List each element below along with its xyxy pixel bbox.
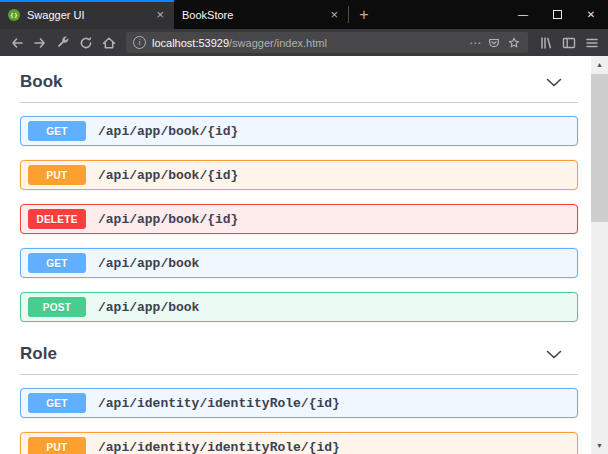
maximize-button[interactable] bbox=[540, 0, 574, 29]
refresh-button[interactable] bbox=[74, 31, 97, 54]
tab-bookstore[interactable]: BookStore × bbox=[174, 0, 348, 29]
forward-icon bbox=[32, 35, 48, 51]
tab-title: Swagger UI bbox=[27, 9, 147, 21]
http-method-badge: GET bbox=[28, 393, 86, 413]
chevron-down-icon[interactable] bbox=[546, 78, 562, 87]
home-button[interactable] bbox=[97, 31, 120, 54]
section-header-role[interactable]: Role bbox=[20, 336, 578, 375]
maximize-icon bbox=[553, 10, 562, 19]
pocket-icon[interactable] bbox=[487, 36, 501, 50]
back-icon bbox=[9, 35, 25, 51]
refresh-icon bbox=[78, 35, 94, 51]
section-title: Book bbox=[20, 72, 63, 92]
http-method-badge: PUT bbox=[28, 437, 86, 454]
endpoint-row[interactable]: GET /api/app/book/{id} bbox=[20, 116, 578, 146]
wrench-icon bbox=[55, 35, 71, 51]
endpoint-row[interactable]: DELETE /api/app/book/{id} bbox=[20, 204, 578, 234]
section-title: Role bbox=[20, 344, 57, 364]
menu-button[interactable] bbox=[580, 31, 603, 54]
sidebar-button[interactable] bbox=[557, 31, 580, 54]
new-tab-button[interactable]: + bbox=[349, 0, 379, 29]
vertical-scrollbar[interactable]: ▲ ▼ bbox=[591, 56, 608, 454]
http-method-badge: PUT bbox=[28, 165, 86, 185]
http-method-badge: GET bbox=[28, 253, 86, 273]
http-method-badge: GET bbox=[28, 121, 86, 141]
hamburger-icon bbox=[584, 35, 600, 51]
tab-close-icon[interactable]: × bbox=[154, 8, 166, 21]
endpoint-path: /api/app/book/{id} bbox=[98, 124, 238, 139]
browser-window: { } Swagger UI × BookStore × + — ✕ bbox=[0, 0, 608, 454]
back-button[interactable] bbox=[5, 31, 28, 54]
sidebar-icon bbox=[561, 35, 577, 51]
close-button[interactable]: ✕ bbox=[574, 0, 608, 29]
window-controls: — ✕ bbox=[506, 0, 608, 29]
tab-bar: { } Swagger UI × BookStore × + — ✕ bbox=[0, 0, 608, 29]
url-host: localhost:53929 bbox=[152, 37, 229, 49]
section-header-book[interactable]: Book bbox=[20, 64, 578, 103]
endpoint-path: /api/app/book/{id} bbox=[98, 212, 238, 227]
endpoint-path: /api/app/book bbox=[98, 300, 199, 315]
http-method-badge: POST bbox=[28, 297, 86, 317]
tab-swagger-ui[interactable]: { } Swagger UI × bbox=[0, 0, 174, 29]
minimize-button[interactable]: — bbox=[506, 0, 540, 29]
endpoint-row[interactable]: PUT /api/app/book/{id} bbox=[20, 160, 578, 190]
scrollbar-thumb[interactable] bbox=[591, 74, 608, 222]
site-info-icon[interactable]: i bbox=[133, 36, 146, 49]
tab-title: BookStore bbox=[182, 9, 321, 21]
endpoint-row[interactable]: GET /api/app/book bbox=[20, 248, 578, 278]
wrench-button[interactable] bbox=[51, 31, 74, 54]
navigation-toolbar: i localhost:53929/swagger/index.html ⋯ bbox=[0, 29, 608, 56]
endpoint-path: /api/app/book bbox=[98, 256, 199, 271]
swagger-favicon-icon: { } bbox=[8, 9, 20, 21]
http-method-badge: DELETE bbox=[28, 209, 86, 229]
tab-close-icon[interactable]: × bbox=[328, 8, 340, 21]
endpoint-row[interactable]: POST /api/app/book bbox=[20, 292, 578, 322]
library-button[interactable] bbox=[534, 31, 557, 54]
endpoint-path: /api/identity/identityRole/{id} bbox=[98, 396, 340, 411]
home-icon bbox=[101, 35, 117, 51]
url-path: /swagger/index.html bbox=[229, 37, 327, 49]
scroll-down-icon[interactable]: ▼ bbox=[591, 437, 608, 454]
endpoint-path: /api/identity/identityRole/{id} bbox=[98, 440, 340, 454]
endpoint-row[interactable]: GET /api/identity/identityRole/{id} bbox=[20, 388, 578, 418]
swagger-page: Book GET /api/app/book/{id} PUT /api/app… bbox=[0, 56, 591, 454]
endpoint-row[interactable]: PUT /api/identity/identityRole/{id} bbox=[20, 432, 578, 454]
endpoint-path: /api/app/book/{id} bbox=[98, 168, 238, 183]
scroll-up-icon[interactable]: ▲ bbox=[591, 56, 608, 73]
bookmark-star-icon[interactable] bbox=[507, 36, 521, 50]
forward-button[interactable] bbox=[28, 31, 51, 54]
chevron-down-icon[interactable] bbox=[546, 350, 562, 359]
url-bar[interactable]: i localhost:53929/swagger/index.html ⋯ bbox=[126, 32, 528, 53]
library-icon bbox=[538, 35, 554, 51]
url-text[interactable]: localhost:53929/swagger/index.html bbox=[152, 37, 463, 49]
page-actions-icon[interactable]: ⋯ bbox=[469, 37, 481, 49]
